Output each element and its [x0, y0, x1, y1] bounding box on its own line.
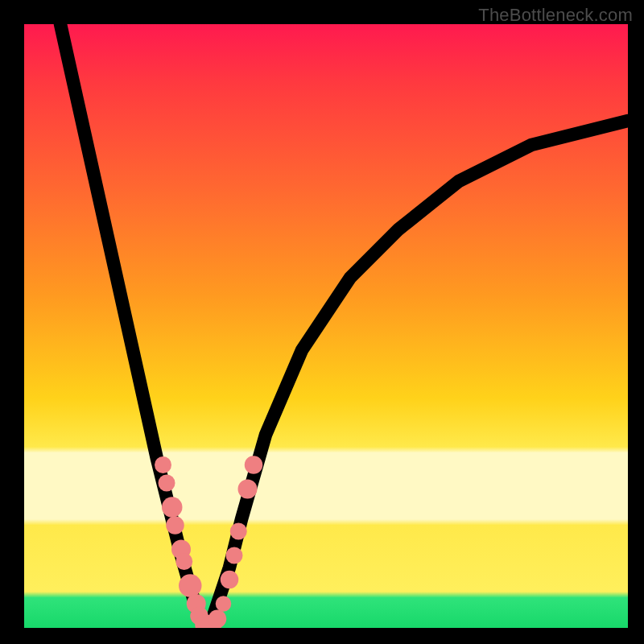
data-marker — [159, 475, 175, 492]
chart-plot-area — [24, 24, 628, 628]
data-marker — [175, 553, 192, 570]
data-marker — [221, 571, 239, 589]
data-marker — [245, 456, 263, 474]
watermark-label: TheBottleneck.com — [478, 5, 633, 26]
bottleneck-curve — [60, 24, 628, 628]
data-marker — [208, 610, 227, 629]
data-marker — [179, 574, 202, 597]
data-marker-group — [155, 456, 262, 628]
data-marker — [230, 523, 247, 540]
data-marker — [155, 456, 171, 473]
data-marker — [162, 497, 182, 518]
data-marker — [238, 480, 258, 499]
chart-svg — [24, 24, 628, 628]
data-marker — [216, 596, 232, 611]
data-marker — [166, 516, 184, 535]
data-marker — [226, 547, 243, 564]
chart-frame: TheBottleneck.com — [0, 0, 644, 644]
